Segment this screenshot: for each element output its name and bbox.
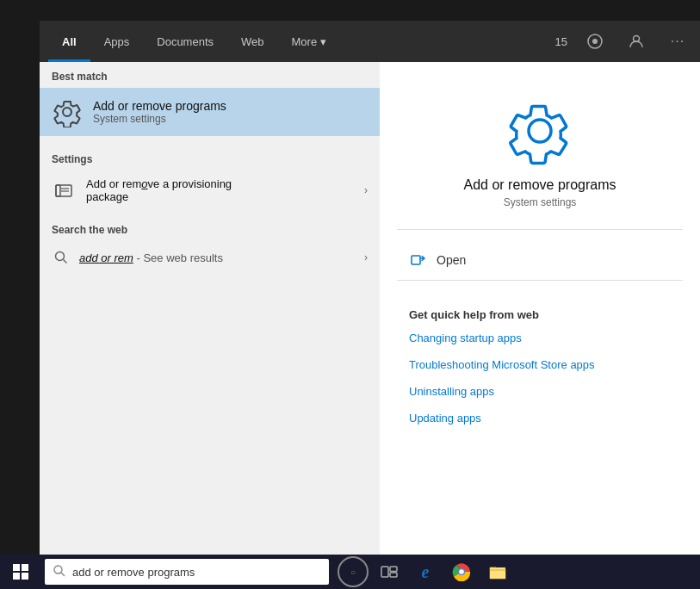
file-explorer-icon[interactable] bbox=[482, 556, 513, 587]
web-chevron-right-icon: › bbox=[364, 251, 368, 264]
svg-point-10 bbox=[54, 566, 62, 574]
help-link-4[interactable]: Updating apps bbox=[397, 405, 683, 431]
divider bbox=[397, 229, 683, 230]
cortana-icon[interactable]: ○ bbox=[338, 556, 369, 587]
right-panel: Add or remove programs System settings O… bbox=[380, 62, 700, 555]
feedback-icon[interactable] bbox=[581, 28, 609, 55]
open-label: Open bbox=[437, 253, 466, 267]
search-nav: All Apps Documents Web More ▾ 15 bbox=[40, 21, 700, 62]
settings-icon bbox=[52, 178, 76, 202]
svg-point-7 bbox=[56, 252, 65, 261]
help-link-1[interactable]: Changing startup apps bbox=[397, 325, 683, 351]
web-section: Search the web add or rem - See web resu… bbox=[40, 215, 380, 274]
chrome-icon[interactable] bbox=[446, 556, 477, 587]
taskbar-search-box[interactable]: add or remove programs bbox=[45, 559, 329, 585]
svg-point-1 bbox=[592, 39, 598, 44]
open-action[interactable]: Open bbox=[397, 244, 683, 276]
svg-line-8 bbox=[64, 260, 67, 264]
web-search-text: add or rem - See web results bbox=[79, 251, 364, 264]
web-search-header: Search the web bbox=[40, 215, 380, 241]
taskbar: add or remove programs ○ e bbox=[0, 555, 700, 589]
start-menu: All Apps Documents Web More ▾ 15 bbox=[40, 21, 700, 555]
best-match-text: Add or remove programs System settings bbox=[93, 99, 226, 125]
svg-rect-14 bbox=[390, 573, 397, 577]
help-link-2[interactable]: Troubleshooting Microsoft Store apps bbox=[397, 351, 683, 378]
provisioning-text: Add or remove a provisioningpackage bbox=[86, 177, 364, 203]
start-button[interactable] bbox=[0, 555, 41, 589]
ie-icon[interactable]: e bbox=[410, 556, 441, 587]
svg-rect-13 bbox=[390, 567, 397, 572]
person-icon[interactable] bbox=[623, 28, 650, 55]
search-icon bbox=[52, 248, 71, 267]
gear-icon bbox=[52, 96, 83, 127]
taskbar-search-icon bbox=[53, 565, 65, 580]
task-view-icon[interactable] bbox=[374, 556, 405, 587]
notification-badge: 15 bbox=[555, 35, 567, 48]
tab-web[interactable]: Web bbox=[227, 21, 278, 62]
taskbar-icons: ○ e bbox=[338, 556, 513, 587]
tab-all[interactable]: All bbox=[48, 21, 90, 62]
best-match-header: Best match bbox=[40, 62, 380, 88]
app-large-title: Add or remove programs bbox=[464, 177, 616, 193]
app-large-icon bbox=[505, 96, 574, 165]
app-large-subtitle: System settings bbox=[504, 196, 577, 208]
left-panel: Best match Add or remove programs System… bbox=[40, 62, 380, 555]
chevron-right-icon: › bbox=[364, 184, 368, 196]
svg-line-11 bbox=[61, 573, 65, 576]
taskbar-search-text: add or remove programs bbox=[72, 566, 195, 579]
settings-header: Settings bbox=[40, 145, 380, 170]
windows-logo-icon bbox=[13, 564, 28, 580]
web-search-item[interactable]: add or rem - See web results › bbox=[40, 241, 380, 274]
quick-help-header: Get quick help from web bbox=[397, 301, 683, 325]
provisioning-item[interactable]: Add or remove a provisioningpackage › bbox=[40, 170, 380, 210]
more-options-icon[interactable]: ··· bbox=[664, 28, 691, 55]
divider2 bbox=[397, 280, 683, 281]
open-icon bbox=[409, 251, 428, 270]
tab-more[interactable]: More ▾ bbox=[278, 21, 340, 62]
settings-section: Settings Add or remove a provisioningpac… bbox=[40, 140, 380, 215]
svg-rect-12 bbox=[381, 567, 388, 577]
nav-right: 15 ··· bbox=[555, 28, 691, 55]
svg-point-18 bbox=[459, 569, 464, 574]
search-content: Best match Add or remove programs System… bbox=[40, 62, 700, 555]
help-link-3[interactable]: Uninstalling apps bbox=[397, 378, 683, 405]
svg-rect-4 bbox=[56, 185, 60, 196]
tab-documents[interactable]: Documents bbox=[143, 21, 227, 62]
tab-apps[interactable]: Apps bbox=[90, 21, 144, 62]
best-match-item[interactable]: Add or remove programs System settings bbox=[40, 88, 380, 136]
svg-rect-9 bbox=[412, 256, 420, 264]
